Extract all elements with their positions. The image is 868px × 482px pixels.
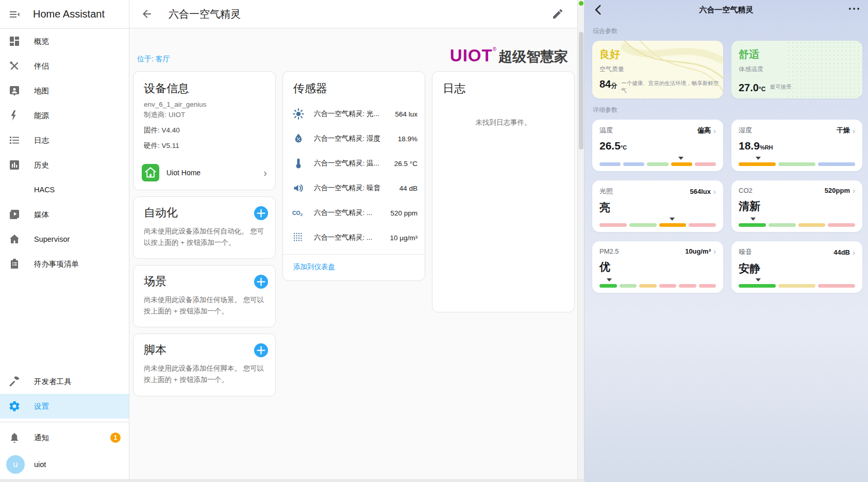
sidebar-item-label: 设置 xyxy=(34,402,49,411)
uiot-home-app-icon xyxy=(142,164,159,181)
sidebar-user[interactable]: u uiot xyxy=(0,450,129,482)
level-segment xyxy=(818,284,855,288)
sidebar-item-label: 待办事项清单 xyxy=(34,259,79,269)
sensor-row-light[interactable]: 六合一空气精灵: 光...564 lux xyxy=(283,102,425,126)
logo-registered-mark: ® xyxy=(493,46,496,52)
level-segment xyxy=(659,284,677,288)
content-body: 位于: 客厅 UIOT®超级智慧家 设备信息 env_6_1_air_geniu… xyxy=(129,28,577,396)
level-segment xyxy=(798,223,826,227)
detail-card-humidity[interactable]: 湿度 干燥 › 18.9%RH xyxy=(731,120,862,171)
sidebar-item-hacs[interactable]: HACS xyxy=(0,177,129,202)
add-script-button[interactable] xyxy=(254,343,268,357)
chevron-right-icon: › xyxy=(853,127,855,135)
scenes-title: 场景 xyxy=(144,274,166,289)
integration-link[interactable]: Uiot Home › xyxy=(133,156,275,190)
logbook-empty-text: 未找到日志事件。 xyxy=(432,118,574,127)
clipboard-list-icon xyxy=(8,258,21,270)
level-marker-icon xyxy=(750,218,756,221)
sidebar-item-supervisor[interactable]: Supervisor xyxy=(0,227,129,252)
detail-card-light[interactable]: 光照 564lux › 亮 xyxy=(592,180,723,232)
account-box-icon xyxy=(8,85,21,97)
sensor-name: 六合一空气精灵: 噪音 xyxy=(314,184,390,193)
scenes-empty-text: 尚未使用此设备添加任何场景。 您可以按上面的 + 按钮添加一个。 xyxy=(133,290,275,327)
lightning-bolt-icon xyxy=(8,109,21,122)
username: uiot xyxy=(34,460,46,469)
add-automation-button[interactable] xyxy=(254,206,268,220)
meta-row: 位于: 客厅 UIOT®超级智慧家 xyxy=(129,28,577,71)
sidebar-item-overview[interactable]: 概览 xyxy=(0,29,129,54)
location-link[interactable]: 客厅 xyxy=(156,55,170,63)
sidebar-item-todo[interactable]: 待办事项清单 xyxy=(0,252,129,276)
sensor-name: 六合一空气精灵: 湿度 xyxy=(314,134,389,143)
edit-pencil-icon[interactable] xyxy=(552,8,564,20)
sidebar-item-map[interactable]: 地图 xyxy=(0,78,129,103)
card-columns: 设备信息 env_6_1_air_genius 制造商: UIOT 固件: V4… xyxy=(129,71,577,396)
level-marker-icon xyxy=(756,278,761,281)
water-percent-icon xyxy=(292,132,305,145)
notification-badge: 1 xyxy=(110,433,121,443)
chevron-right-icon: › xyxy=(713,247,716,255)
sensor-row-co2[interactable]: CO2六合一空气精灵: ...520 ppm xyxy=(283,201,425,225)
volume-high-icon xyxy=(292,182,305,194)
detail-card-noise[interactable]: 噪音 44dB › 安静 xyxy=(731,241,862,293)
app-header: 六合一空气精灵 xyxy=(585,0,868,20)
detail-label: 湿度 xyxy=(739,126,752,135)
logbook-title: 日志 xyxy=(432,72,574,98)
chevron-right-icon: › xyxy=(713,127,716,135)
sidebar-item-logbook[interactable]: 日志 xyxy=(0,128,129,153)
menu-icon[interactable] xyxy=(8,8,21,21)
format-list-icon xyxy=(8,134,21,146)
scrollbar-thumb[interactable] xyxy=(579,32,583,149)
summary-description: 一个健康、宜居的生活环境，畅享新鲜空气 xyxy=(621,78,719,94)
add-to-dashboard-link[interactable]: 添加到仪表盘 xyxy=(283,254,425,280)
level-segment xyxy=(629,223,657,227)
summary-section-label: 综合参数 xyxy=(593,27,862,36)
app-back-icon[interactable] xyxy=(592,3,605,16)
sidebar-item-notifications[interactable]: 通知 1 xyxy=(0,425,129,450)
detail-value: 亮 xyxy=(599,201,716,215)
summary-value: 84分 xyxy=(599,78,617,90)
detail-card-co2[interactable]: CO2 520ppm › 清新 xyxy=(731,180,862,232)
page-title: 六合一空气精灵 xyxy=(169,7,536,21)
detail-badge: 干燥 xyxy=(837,126,850,135)
level-segment xyxy=(620,284,637,288)
level-segment xyxy=(671,162,692,166)
detail-section-label: 详细参数 xyxy=(593,106,862,114)
scrollbar[interactable] xyxy=(577,0,585,482)
sensors-card: 传感器 六合一空气精灵: 光...564 lux六合一空气精灵: 湿度18.9%… xyxy=(282,71,425,281)
sensor-row-pm25[interactable]: 六合一空气精灵: ...10 µg/m³ xyxy=(283,225,425,250)
summary-card-feels-like[interactable]: 舒适体感温度 27.0°C 最可接受 xyxy=(731,41,862,98)
sidebar-item-devtools[interactable]: 开发者工具 xyxy=(0,369,129,394)
brightness-icon xyxy=(292,108,305,120)
detail-label: 光照 xyxy=(599,187,613,196)
sidebar-item-companion[interactable]: 伴侣 xyxy=(0,54,129,78)
more-options-icon[interactable] xyxy=(847,2,861,18)
chevron-right-icon: › xyxy=(853,187,855,194)
detail-card-temperature[interactable]: 温度 偏高 › 26.5°C xyxy=(592,120,723,171)
summary-card-air-quality[interactable]: 良好空气质量 84分 一个健康、宜居的生活环境，畅享新鲜空气 xyxy=(592,41,723,98)
sensor-value: 10 µg/m³ xyxy=(390,234,418,242)
tools-icon xyxy=(8,60,21,72)
add-scene-button[interactable] xyxy=(254,275,268,289)
sensor-row-temperature[interactable]: 六合一空气精灵: 温...26.5 °C xyxy=(283,151,425,176)
level-segment xyxy=(699,284,716,288)
back-icon[interactable] xyxy=(141,8,153,20)
device-hardware: 硬件: V5.11 xyxy=(133,141,275,151)
detail-card-pm25[interactable]: PM2.5 10ug/m³ › 优 xyxy=(592,241,723,293)
summary-grid: 良好空气质量 84分 一个健康、宜居的生活环境，畅享新鲜空气 舒适体感温度 27… xyxy=(592,41,862,98)
sensor-row-humidity[interactable]: 六合一空气精灵: 湿度18.9% xyxy=(283,126,425,151)
sensor-row-noise[interactable]: 六合一空气精灵: 噪音44 dB xyxy=(283,176,425,201)
level-segment xyxy=(623,162,644,166)
summary-label: 空气质量 xyxy=(599,65,716,74)
sidebar-item-media[interactable]: 媒体 xyxy=(0,202,129,227)
sensors-title: 传感器 xyxy=(283,72,425,98)
sidebar-item-energy[interactable]: 能源 xyxy=(0,103,129,128)
molecule-co2-icon: CO2 xyxy=(292,207,305,219)
sidebar-item-label: 媒体 xyxy=(34,210,49,220)
level-segment xyxy=(818,162,855,166)
sidebar-item-history[interactable]: 历史 xyxy=(0,153,129,177)
sidebar-item-settings[interactable]: 设置 xyxy=(0,394,129,419)
detail-badge: 520ppm xyxy=(825,187,850,194)
detail-value: 清新 xyxy=(739,199,855,213)
integration-name: Uiot Home xyxy=(166,169,256,177)
